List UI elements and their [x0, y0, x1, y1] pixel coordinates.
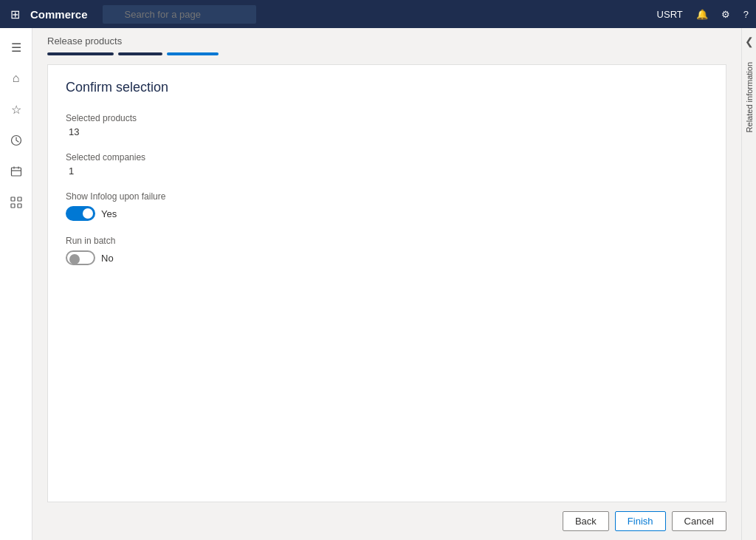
cancel-button[interactable]: Cancel	[672, 511, 726, 531]
related-information-label: Related information	[745, 62, 754, 132]
selected-products-label: Selected products	[66, 113, 708, 123]
show-infolog-label: Show Infolog upon failure	[66, 191, 708, 202]
svg-rect-7	[18, 197, 21, 201]
run-in-batch-row: Run in batch No	[66, 236, 708, 265]
selected-products-value: 13	[66, 126, 708, 137]
run-in-batch-toggle[interactable]	[66, 250, 95, 265]
show-infolog-container: Yes	[66, 206, 708, 221]
show-infolog-toggle[interactable]	[66, 206, 95, 221]
show-infolog-row: Show Infolog upon failure Yes	[66, 191, 708, 221]
breadcrumb: Release products	[47, 35, 726, 47]
selected-products-group: Selected products 13	[66, 113, 708, 137]
user-label: USRT	[657, 9, 683, 20]
notification-icon[interactable]: 🔔	[696, 9, 708, 20]
show-infolog-text: Yes	[101, 208, 117, 219]
search-input[interactable]	[103, 5, 256, 24]
run-in-batch-label: Run in batch	[66, 236, 708, 246]
sidebar-calendar[interactable]	[3, 158, 30, 185]
svg-rect-6	[11, 204, 15, 208]
settings-icon[interactable]: ⚙	[721, 9, 730, 20]
selected-companies-group: Selected companies 1	[66, 152, 708, 177]
app-title: Commerce	[30, 8, 88, 21]
run-in-batch-container: No	[66, 250, 708, 265]
help-icon[interactable]: ?	[743, 9, 749, 20]
wizard-title: Confirm selection	[66, 80, 708, 95]
search-wrapper: 🔍	[103, 5, 398, 24]
selected-companies-value: 1	[66, 165, 708, 177]
right-panel: ❮ Related information	[741, 28, 756, 540]
svg-rect-5	[11, 197, 15, 201]
svg-rect-8	[18, 204, 21, 208]
sidebar-recent[interactable]	[3, 127, 30, 154]
sidebar-modules[interactable]	[3, 189, 30, 216]
page-header: Release products	[32, 28, 741, 55]
topbar: ⊞ Commerce 🔍 USRT 🔔 ⚙ ?	[0, 0, 756, 28]
layout: ☰ ⌂ ☆	[0, 28, 756, 540]
run-in-batch-text: No	[101, 253, 114, 264]
sidebar-hamburger[interactable]: ☰	[3, 34, 30, 61]
sidebar: ☰ ⌂ ☆	[0, 28, 32, 540]
grid-icon[interactable]: ⊞	[7, 4, 23, 24]
finish-button[interactable]: Finish	[615, 511, 666, 531]
wizard-area: Confirm selection Selected products 13 S…	[32, 55, 741, 502]
wizard-card: Confirm selection Selected products 13 S…	[47, 64, 726, 502]
collapse-arrow[interactable]: ❮	[745, 35, 754, 47]
wizard-footer: Back Finish Cancel	[32, 502, 741, 540]
main-area: Release products Confirm selection Selec…	[32, 28, 741, 540]
sidebar-favorites[interactable]: ☆	[3, 96, 30, 123]
svg-rect-1	[11, 168, 21, 176]
topbar-right: USRT 🔔 ⚙ ?	[657, 9, 749, 20]
back-button[interactable]: Back	[563, 511, 609, 531]
sidebar-home[interactable]: ⌂	[3, 65, 30, 92]
selected-companies-label: Selected companies	[66, 152, 708, 163]
